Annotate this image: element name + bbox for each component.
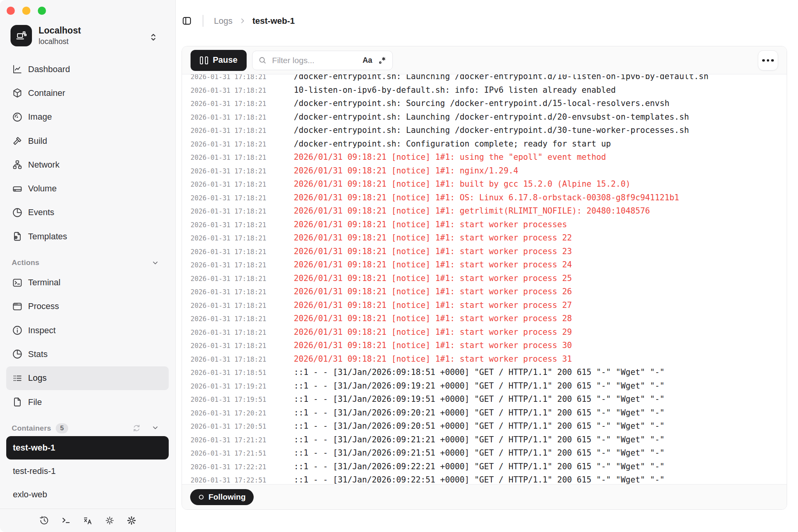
breadcrumb-section[interactable]: Logs bbox=[214, 16, 233, 26]
main-area: Logs test-web-1 Pause bbox=[176, 0, 798, 532]
sidebar-item-container[interactable]: Container bbox=[6, 81, 169, 105]
sidebar-item-image[interactable]: Image bbox=[6, 105, 169, 129]
log-row: 2026-01-31 17:18:21 /docker-entrypoint.s… bbox=[191, 137, 787, 151]
containers-count-badge: 5 bbox=[56, 423, 68, 433]
log-timestamp: 2026-01-31 17:21:21 bbox=[191, 433, 267, 447]
workspace-selector[interactable]: Localhost localhost bbox=[11, 25, 81, 46]
log-row: 2026-01-31 17:18:21 2026/01/31 09:18:21 … bbox=[191, 299, 787, 312]
log-message: 2026/01/31 09:18:21 [notice] 1#1: start … bbox=[294, 272, 572, 285]
gear-icon[interactable] bbox=[126, 515, 137, 526]
log-row: 2026-01-31 17:18:21 2026/01/31 09:18:21 … bbox=[191, 150, 787, 164]
log-message: 10-listen-on-ipv6-by-default.sh: info: I… bbox=[294, 83, 616, 97]
file-cube-icon bbox=[12, 231, 23, 242]
log-message: ::1 - - [31/Jan/2026:09:19:21 +0000] "GE… bbox=[294, 379, 665, 393]
workspace-name: Localhost bbox=[39, 25, 81, 36]
container-item-test-redis-1[interactable]: test-redis-1 bbox=[6, 460, 169, 483]
sidebar-item-file[interactable]: File bbox=[6, 390, 169, 414]
pause-button[interactable]: Pause bbox=[191, 50, 247, 71]
log-message: 2026/01/31 09:18:21 [notice] 1#1: start … bbox=[294, 285, 572, 299]
log-timestamp: 2026-01-31 17:18:21 bbox=[191, 164, 267, 178]
app-window: Localhost localhost Dashboard Container … bbox=[0, 0, 798, 532]
containers-section-header: Containers 5 bbox=[12, 424, 169, 433]
sidebar-item-label: Container bbox=[28, 88, 65, 98]
collapse-actions-chevron-icon[interactable] bbox=[151, 259, 159, 267]
sidebar-item-label: Build bbox=[28, 136, 47, 146]
log-message: 2026/01/31 09:18:21 [notice] 1#1: start … bbox=[294, 245, 572, 258]
localhost-machine-icon bbox=[11, 25, 32, 46]
match-case-toggle[interactable]: Aa bbox=[362, 56, 372, 65]
search-icon bbox=[258, 56, 267, 65]
container-name: test-redis-1 bbox=[13, 466, 56, 476]
sidebar-item-network[interactable]: Network bbox=[6, 153, 169, 177]
terminal-prompt-icon[interactable] bbox=[61, 515, 71, 526]
sidebar-item-process[interactable]: Process bbox=[6, 295, 169, 318]
minimize-window-button[interactable] bbox=[22, 7, 30, 15]
log-row: 2026-01-31 17:22:51 ::1 - - [31/Jan/2026… bbox=[191, 473, 787, 484]
refresh-containers-icon[interactable] bbox=[132, 423, 141, 433]
log-row: 2026-01-31 17:18:21 2026/01/31 09:18:21 … bbox=[191, 245, 787, 258]
regex-toggle-icon[interactable] bbox=[378, 56, 387, 65]
sidebar-item-label: Volume bbox=[28, 184, 56, 194]
close-window-button[interactable] bbox=[7, 7, 15, 15]
log-timestamp: 2026-01-31 17:18:21 bbox=[191, 232, 267, 245]
log-message: 2026/01/31 09:18:21 [notice] 1#1: start … bbox=[294, 231, 572, 245]
sidebar-item-label: Templates bbox=[28, 232, 67, 242]
translate-icon[interactable] bbox=[83, 515, 93, 526]
sidebar-item-logs[interactable]: Logs bbox=[6, 366, 169, 390]
log-message: 2026/01/31 09:18:21 [notice] 1#1: using … bbox=[294, 150, 606, 164]
log-message: /docker-entrypoint.sh: Sourcing /docker-… bbox=[294, 97, 669, 110]
log-row: 2026-01-31 17:18:21 2026/01/31 09:18:21 … bbox=[191, 191, 787, 205]
list-icon bbox=[12, 373, 23, 384]
sidebar-item-label: Terminal bbox=[28, 277, 60, 288]
log-message: 2026/01/31 09:18:21 [notice] 1#1: start … bbox=[294, 218, 567, 232]
breadcrumb-page: test-web-1 bbox=[252, 16, 295, 26]
chevron-updown-icon[interactable] bbox=[148, 32, 159, 42]
sidebar-item-volume[interactable]: Volume bbox=[6, 177, 169, 200]
collapse-containers-chevron-icon[interactable] bbox=[151, 424, 159, 432]
filter-logs-input[interactable] bbox=[272, 56, 362, 65]
log-row: 2026-01-31 17:19:51 ::1 - - [31/Jan/2026… bbox=[191, 392, 787, 406]
sidebar-item-dashboard[interactable]: Dashboard bbox=[6, 57, 169, 81]
log-timestamp: 2026-01-31 17:18:21 bbox=[191, 138, 267, 151]
sidebar-footer bbox=[0, 509, 175, 532]
sidebar-item-label: Dashboard bbox=[28, 64, 70, 74]
log-row: 2026-01-31 17:18:21 /docker-entrypoint.s… bbox=[191, 74, 787, 83]
sidebar-item-build[interactable]: Build bbox=[6, 129, 169, 153]
zoom-window-button[interactable] bbox=[38, 7, 46, 15]
log-timestamp: 2026-01-31 17:18:21 bbox=[191, 124, 267, 138]
sidebar: Localhost localhost Dashboard Container … bbox=[0, 0, 176, 532]
workspace-subtitle: localhost bbox=[39, 37, 81, 46]
file-icon bbox=[12, 396, 23, 408]
log-message: 2026/01/31 09:18:21 [notice] 1#1: start … bbox=[294, 258, 572, 272]
container-name: test-web-1 bbox=[13, 443, 55, 453]
sidebar-item-terminal[interactable]: Terminal bbox=[6, 270, 169, 294]
container-list: test-web-1 test-redis-1 exlo-web bbox=[6, 436, 169, 506]
sidebar-item-templates[interactable]: Templates bbox=[6, 224, 169, 248]
sidebar-toggle-icon[interactable] bbox=[182, 16, 192, 26]
log-message: ::1 - - [31/Jan/2026:09:21:51 +0000] "GE… bbox=[294, 446, 665, 460]
container-item-test-web-1[interactable]: test-web-1 bbox=[6, 436, 169, 460]
log-message: 2026/01/31 09:18:21 [notice] 1#1: start … bbox=[294, 352, 572, 366]
more-options-button[interactable] bbox=[758, 50, 778, 71]
history-icon[interactable] bbox=[39, 515, 49, 526]
container-item-exlo-web[interactable]: exlo-web bbox=[6, 483, 169, 506]
log-message: 2026/01/31 09:18:21 [notice] 1#1: OS: Li… bbox=[294, 191, 679, 205]
log-message: 2026/01/31 09:18:21 [notice] 1#1: start … bbox=[294, 312, 572, 325]
main-header: Logs test-web-1 bbox=[182, 15, 295, 27]
log-timestamp: 2026-01-31 17:18:21 bbox=[191, 272, 267, 286]
log-message: 2026/01/31 09:18:21 [notice] 1#1: start … bbox=[294, 339, 572, 352]
log-message: ::1 - - [31/Jan/2026:09:20:51 +0000] "GE… bbox=[294, 419, 665, 433]
sun-icon[interactable] bbox=[104, 515, 115, 526]
sidebar-item-inspect[interactable]: Inspect bbox=[6, 318, 169, 342]
log-output[interactable]: 2026-01-31 17:18:21 /docker-entrypoint.s… bbox=[182, 74, 787, 484]
sidebar-item-events[interactable]: Events bbox=[6, 201, 169, 224]
container-name: exlo-web bbox=[13, 490, 47, 500]
sidebar-item-stats[interactable]: Stats bbox=[6, 342, 169, 366]
ellipsis-icon bbox=[762, 59, 765, 62]
log-timestamp: 2026-01-31 17:18:21 bbox=[191, 178, 267, 191]
following-toggle-button[interactable]: Following bbox=[190, 489, 254, 505]
hammer-icon bbox=[12, 135, 23, 147]
log-timestamp: 2026-01-31 17:20:51 bbox=[191, 420, 267, 433]
log-row: 2026-01-31 17:21:51 ::1 - - [31/Jan/2026… bbox=[191, 446, 787, 460]
sidebar-item-label: Network bbox=[28, 160, 60, 170]
